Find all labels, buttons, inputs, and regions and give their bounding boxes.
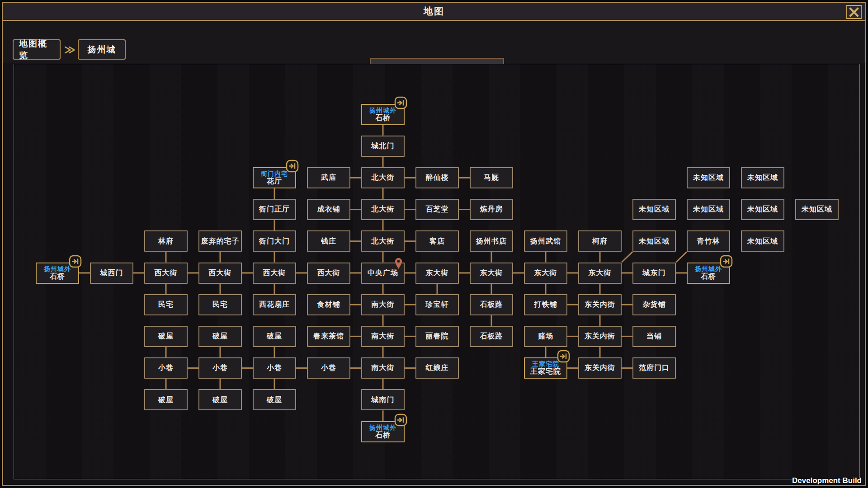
map-node[interactable]: 赌场 <box>524 326 567 347</box>
node-label: 未知区域 <box>802 205 832 213</box>
map-node[interactable]: 未知区域 <box>741 230 784 252</box>
map-node[interactable]: 钱庄 <box>307 230 350 252</box>
node-label: 杂货铺 <box>643 300 666 309</box>
map-node[interactable]: 南大街 <box>361 294 405 315</box>
node-label: 成衣铺 <box>317 205 340 213</box>
map-node[interactable]: 破屋 <box>198 326 242 347</box>
map-node[interactable]: 西大街 <box>253 263 296 284</box>
map-node[interactable]: 城东门 <box>632 263 676 284</box>
map-node[interactable]: 柯府 <box>578 230 622 252</box>
node-label: 北大街 <box>372 205 395 213</box>
map-node[interactable]: 红娘庄 <box>415 357 459 379</box>
map-node[interactable]: 打铁铺 <box>524 294 567 315</box>
map-node[interactable]: 青竹林 <box>687 230 730 252</box>
node-label: 石板路 <box>480 332 503 340</box>
map-node[interactable]: 珍宝轩 <box>415 294 459 315</box>
map-node[interactable]: 扬州武馆 <box>524 230 567 252</box>
map-node[interactable]: 破屋 <box>253 326 296 347</box>
map-viewport[interactable]: 扬州城外石桥 城北门衙门内宅花厅 武庙北大街醉仙楼马厩未知区域未知区域衙门正厅成… <box>14 64 860 479</box>
map-node[interactable]: 破屋 <box>253 389 296 410</box>
map-node[interactable]: 小巷 <box>198 357 242 379</box>
map-node[interactable]: 石板路 <box>470 294 513 315</box>
map-node[interactable]: 扬州城外石桥 <box>687 263 730 284</box>
map-node[interactable]: 北大街 <box>361 199 405 220</box>
map-node[interactable]: 丽春院 <box>415 326 459 347</box>
map-node[interactable]: 衙门正厅 <box>253 199 296 220</box>
map-node[interactable]: 破屋 <box>198 389 242 410</box>
map-node[interactable]: 林府 <box>144 230 188 252</box>
map-node[interactable]: 西大街 <box>198 263 242 284</box>
map-node[interactable]: 未知区域 <box>687 199 730 220</box>
map-node[interactable]: 民宅 <box>198 294 242 315</box>
node-label: 石桥 <box>701 272 716 281</box>
exit-portal-icon[interactable] <box>720 255 733 268</box>
map-node[interactable]: 西花扇庄 <box>253 294 296 315</box>
map-node[interactable]: 城西门 <box>90 263 133 284</box>
map-node[interactable]: 城南门 <box>361 389 405 410</box>
map-node[interactable]: 未知区域 <box>741 167 784 188</box>
map-node[interactable]: 小巷 <box>253 357 296 379</box>
map-node[interactable]: 小巷 <box>307 357 350 379</box>
close-button[interactable] <box>846 5 862 19</box>
map-node[interactable]: 破屋 <box>144 389 188 410</box>
map-node[interactable]: 东关内街 <box>578 326 622 347</box>
map-node[interactable]: 东关内街 <box>578 357 622 379</box>
map-node[interactable]: 春来茶馆 <box>307 326 350 347</box>
map-node[interactable]: 城北门 <box>361 136 405 157</box>
map-node[interactable]: 百芝堂 <box>415 199 459 220</box>
map-node[interactable]: 南大街 <box>361 357 405 379</box>
map-node[interactable]: 破屋 <box>144 326 188 347</box>
map-node[interactable]: 武庙 <box>307 167 350 188</box>
map-node[interactable]: 食材铺 <box>307 294 350 315</box>
map-node[interactable]: 东大街 <box>470 263 513 284</box>
breadcrumb-current-button[interactable]: 扬州城 <box>78 39 126 60</box>
node-label: 破屋 <box>267 332 282 340</box>
exit-portal-icon[interactable] <box>557 350 570 363</box>
map-node[interactable]: 扬州书店 <box>470 230 513 252</box>
map-node[interactable]: 南大街 <box>361 326 405 347</box>
map-node[interactable]: 扬州城外石桥 <box>361 421 405 442</box>
map-node[interactable]: 小巷 <box>144 357 188 379</box>
map-node[interactable]: 东关内街 <box>578 294 622 315</box>
node-label: 东大街 <box>426 269 449 277</box>
map-node[interactable]: 扬州城外石桥 <box>361 104 405 125</box>
map-node[interactable]: 扬州城外石桥 <box>36 263 79 284</box>
map-node[interactable]: 北大街 <box>361 167 405 188</box>
map-node[interactable]: 醉仙楼 <box>415 167 459 188</box>
map-node[interactable]: 石板路 <box>470 326 513 347</box>
map-node[interactable]: 西大街 <box>144 263 188 284</box>
map-node[interactable]: 成衣铺 <box>307 199 350 220</box>
map-node[interactable]: 未知区域 <box>687 167 730 188</box>
breadcrumb-overview-button[interactable]: 地图概览 <box>13 39 61 60</box>
map-node[interactable]: 杂货铺 <box>632 294 676 315</box>
map-node[interactable]: 未知区域 <box>741 199 784 220</box>
toolbar: 地图概览 ≫ 扬州城 <box>3 22 865 63</box>
map-node[interactable]: 废弃的宅子 <box>198 230 242 252</box>
map-node[interactable]: 东大街 <box>524 263 567 284</box>
map-node[interactable]: 客店 <box>415 230 459 252</box>
exit-portal-icon[interactable] <box>394 96 407 109</box>
node-area-label: 王家宅院 <box>532 360 559 367</box>
map-node[interactable]: 东大街 <box>578 263 622 284</box>
map-node[interactable]: 炼丹房 <box>470 199 513 220</box>
map-node[interactable]: 马厩 <box>470 167 513 188</box>
map-node[interactable]: 王家宅院王家宅院 <box>524 357 567 379</box>
node-label: 客店 <box>429 237 445 245</box>
dev-build-watermark: Development Build <box>792 476 862 485</box>
exit-portal-icon[interactable] <box>69 255 82 268</box>
map-node[interactable]: 衙门大门 <box>253 230 296 252</box>
map-node[interactable]: 未知区域 <box>795 199 839 220</box>
map-node[interactable]: 中央广场 <box>361 263 405 284</box>
map-node[interactable]: 北大街 <box>361 230 405 252</box>
node-label: 丽春院 <box>426 332 449 340</box>
exit-portal-icon[interactable] <box>394 413 407 427</box>
map-node[interactable]: 民宅 <box>144 294 188 315</box>
map-node[interactable]: 范府门口 <box>632 357 676 379</box>
map-node[interactable]: 未知区域 <box>632 230 676 252</box>
map-node[interactable]: 衙门内宅花厅 <box>253 167 296 188</box>
map-node[interactable]: 东大街 <box>415 263 459 284</box>
map-node[interactable]: 西大街 <box>307 263 350 284</box>
exit-portal-icon[interactable] <box>286 160 299 173</box>
map-node[interactable]: 未知区域 <box>632 199 676 220</box>
map-node[interactable]: 当铺 <box>632 326 676 347</box>
